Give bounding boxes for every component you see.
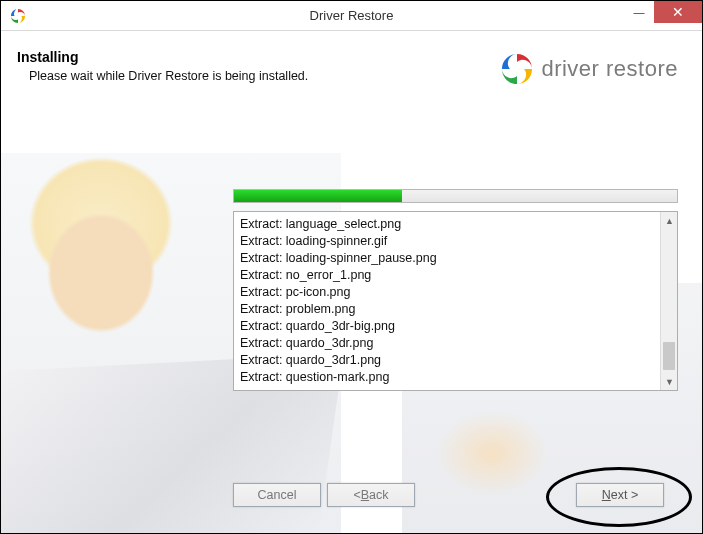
- minimize-button[interactable]: —: [624, 1, 654, 23]
- back-prefix: <: [353, 488, 360, 502]
- log-line: Extract: pc-icon.png: [240, 284, 654, 301]
- log-line: Extract: language_select.png: [240, 216, 654, 233]
- install-log: Extract: language_select.png Extract: lo…: [233, 211, 678, 391]
- log-lines: Extract: language_select.png Extract: lo…: [234, 212, 660, 390]
- heading-subtitle: Please wait while Driver Restore is bein…: [29, 69, 308, 83]
- button-row: Cancel < Back Next >: [1, 483, 702, 511]
- back-hotkey: B: [361, 488, 369, 502]
- window-title: Driver Restore: [310, 8, 394, 23]
- log-line: Extract: loading-spinner.gif: [240, 233, 654, 250]
- next-hotkey: N: [602, 488, 611, 502]
- progress-bar: [233, 189, 678, 203]
- close-button[interactable]: ✕: [654, 1, 702, 23]
- next-rest: ext >: [611, 488, 638, 502]
- heading: Installing Please wait while Driver Rest…: [17, 49, 308, 83]
- log-line: Extract: problem.png: [240, 301, 654, 318]
- heading-title: Installing: [17, 49, 308, 65]
- log-line: Extract: quardo_3dr-big.png: [240, 318, 654, 335]
- log-line: Extract: no_error_1.png: [240, 267, 654, 284]
- brand-logo: driver restore: [499, 51, 678, 87]
- app-icon: [9, 7, 27, 25]
- titlebar: Driver Restore — ✕: [1, 1, 702, 31]
- swirl-icon: [499, 51, 535, 87]
- scroll-thumb[interactable]: [663, 342, 675, 370]
- content-area: Installing Please wait while Driver Rest…: [1, 31, 702, 533]
- progress-fill: [234, 190, 402, 202]
- log-scrollbar[interactable]: ▲ ▼: [660, 212, 677, 390]
- cancel-button[interactable]: Cancel: [233, 483, 321, 507]
- back-rest: ack: [369, 488, 388, 502]
- log-line: Extract: quardo_3dr.png: [240, 335, 654, 352]
- scroll-up-icon[interactable]: ▲: [661, 212, 678, 229]
- log-line: Extract: loading-spinner_pause.png: [240, 250, 654, 267]
- scroll-down-icon[interactable]: ▼: [661, 373, 678, 390]
- window-controls: — ✕: [624, 1, 702, 23]
- brand-text: driver restore: [541, 56, 678, 82]
- back-button[interactable]: < Back: [327, 483, 415, 507]
- next-button[interactable]: Next >: [576, 483, 664, 507]
- log-line: Extract: quardo_3dr1.png: [240, 352, 654, 369]
- log-line: Extract: question-mark.png: [240, 369, 654, 386]
